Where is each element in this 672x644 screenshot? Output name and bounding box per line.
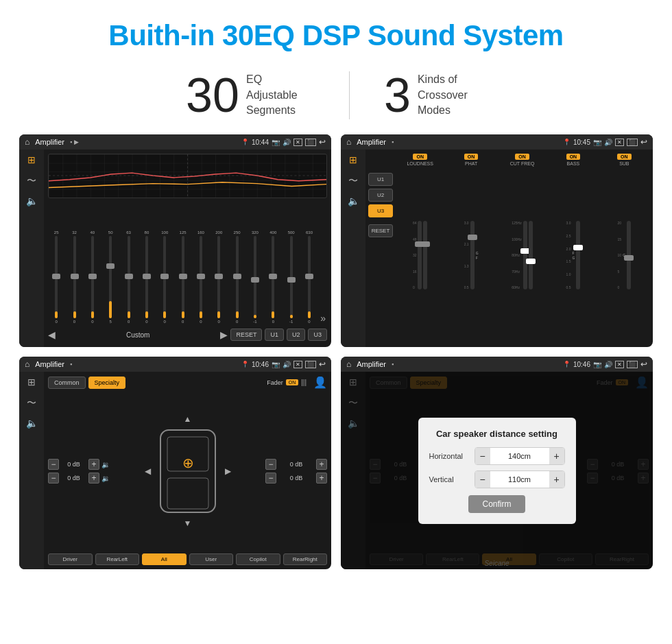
db-minus-fr[interactable]: − — [265, 459, 276, 470]
reset-button-1[interactable]: RESET — [230, 329, 262, 341]
arrow-right[interactable]: ▶ — [225, 466, 231, 476]
u1-btn-2[interactable]: U1 — [368, 173, 393, 186]
speaker-icon-3[interactable]: 🔈 — [26, 418, 38, 428]
screen-crossover: ⌂ Amplifier ▪ 📍 10:45 📷 🔊 ✕ ⬛ ↩ ⊞ 〜 🔈 — [341, 134, 653, 347]
wave-icon-2[interactable]: 〜 — [348, 176, 358, 185]
confirm-button[interactable]: Confirm — [468, 495, 525, 513]
wave-icon-1[interactable]: 〜 — [27, 176, 36, 185]
db-control-rr: − 0 dB + — [265, 473, 327, 484]
db-plus-rr[interactable]: + — [316, 473, 327, 484]
back-icon-3[interactable]: ↩ — [319, 359, 326, 369]
home-icon-4[interactable]: ⌂ — [346, 359, 351, 369]
eq-col-2: 40 0 — [84, 230, 101, 324]
dialog-vertical-row: Vertical − 110cm + — [429, 470, 565, 488]
u2-button-1[interactable]: U2 — [287, 329, 306, 341]
db-minus-rl[interactable]: − — [48, 473, 59, 484]
u1-button-1[interactable]: U1 — [265, 329, 284, 341]
screens-grid: ⌂ Amplifier ▪ ▶ 📍 10:44 📷 🔊 ✕ ⬛ ↩ ⊞ 〜 🔈 — [0, 134, 672, 583]
status-bar-1: ⌂ Amplifier ▪ ▶ 📍 10:44 📷 🔊 ✕ ⬛ ↩ — [19, 134, 331, 150]
eq-mode-label: Custom — [58, 331, 217, 339]
eq-col-3: 50 5 — [102, 230, 119, 324]
camera-icon-3: 📷 — [272, 361, 280, 368]
back-icon-2[interactable]: ↩ — [640, 137, 647, 147]
reset-btn-2[interactable]: RESET — [368, 224, 393, 237]
db-minus-fl[interactable]: − — [48, 459, 59, 470]
u2-btn-2[interactable]: U2 — [368, 189, 393, 202]
arrow-left[interactable]: ◀ — [145, 466, 151, 476]
horizontal-label: Horizontal — [429, 452, 470, 460]
back-icon-1[interactable]: ↩ — [319, 137, 326, 147]
speaker-grid: − 0 dB + 🔉 − 0 dB + 🔉 — [48, 392, 327, 551]
db-plus-rl[interactable]: + — [88, 473, 99, 484]
col-bass: ON BASS 3.02.52.01.51.00.5 F G — [549, 154, 597, 343]
sidebar-2: ⊞ 〜 🔈 — [341, 150, 365, 347]
screen-eq: ⌂ Amplifier ▪ ▶ 📍 10:44 📷 🔊 ✕ ⬛ ↩ ⊞ 〜 🔈 — [19, 134, 331, 347]
eq-prev-button[interactable]: ◀ — [48, 329, 56, 340]
driver-btn[interactable]: Driver — [48, 553, 93, 565]
fader-on-badge[interactable]: ON — [286, 379, 299, 385]
screen3-title: Amplifier — [35, 360, 64, 368]
specialty-mode-btn[interactable]: Specialty — [88, 377, 126, 389]
db-value-fr: 0 dB — [278, 461, 314, 468]
stat-eq: 30 EQ Adjustable Segments — [152, 71, 349, 119]
stat-eq-number: 30 — [186, 71, 239, 119]
db-plus-fl[interactable]: + — [88, 459, 99, 470]
copilot-btn[interactable]: Copilot — [236, 553, 280, 565]
db-control-fr: − 0 dB + — [265, 459, 327, 470]
screen-specialty: ⌂ Amplifier ▪ 📍 10:46 📷 🔊 ✕ ⬛ ↩ ⊞ 〜 🔈 — [19, 357, 331, 569]
eq-col-9: 200 0 — [211, 230, 227, 324]
screen-icon-3: ⬛ — [305, 361, 316, 368]
eq-col-5: 80 0 — [139, 230, 155, 324]
eq-icon-2[interactable]: ⊞ — [349, 155, 357, 165]
eq-next-arrow[interactable]: » — [319, 313, 327, 324]
speaker-icon-2[interactable]: 🔈 — [348, 196, 359, 206]
dialog-overlay: Car speaker distance setting Horizontal … — [341, 372, 653, 569]
db-plus-fr[interactable]: + — [316, 459, 327, 470]
arrow-down[interactable]: ▼ — [184, 518, 192, 528]
status-icons-2: 📷 🔊 ✕ ⬛ ↩ — [593, 137, 647, 147]
vertical-label: Vertical — [429, 475, 470, 484]
speaker-icon-1[interactable]: 🔈 — [26, 196, 38, 206]
wave-icon-3[interactable]: 〜 — [27, 398, 36, 407]
screen-dialog: ⌂ Amplifier ▪ 📍 10:46 📷 🔊 ✕ ⬛ ↩ ⊞ 〜 🔈 — [341, 357, 653, 569]
eq-icon-3[interactable]: ⊞ — [27, 377, 36, 387]
person-icon: 👤 — [313, 376, 327, 389]
all-btn[interactable]: All — [142, 553, 187, 565]
volume-icon-4: 🔊 — [604, 361, 612, 368]
horizontal-plus-btn[interactable]: + — [549, 448, 564, 464]
sidebar-1: ⊞ 〜 🔈 — [19, 150, 44, 347]
vertical-control: − 110cm + — [475, 470, 565, 488]
time-1: 10:44 — [252, 139, 269, 146]
rearleft-btn[interactable]: RearLeft — [95, 553, 140, 565]
db-minus-rr[interactable]: − — [265, 473, 276, 484]
home-icon-2[interactable]: ⌂ — [346, 137, 351, 147]
home-icon-1[interactable]: ⌂ — [25, 137, 29, 147]
col-loudness: ON LOUDNESS 644832160 — [396, 154, 444, 343]
status-icons-3: 📷 🔊 ✕ ⬛ ↩ — [272, 359, 326, 369]
db-value-rr: 0 dB — [278, 475, 314, 481]
back-icon-4[interactable]: ↩ — [640, 359, 647, 369]
eq-next-button[interactable]: ▶ — [220, 329, 228, 340]
rearright-btn[interactable]: RearRight — [283, 553, 328, 565]
fader-area: Fader ON ||| — [267, 379, 307, 386]
vertical-minus-btn[interactable]: − — [475, 471, 490, 488]
u3-button-1[interactable]: U3 — [308, 329, 327, 341]
location-icon-2: 📍 — [563, 139, 571, 145]
home-icon-3[interactable]: ⌂ — [25, 359, 29, 369]
db-control-fl: − 0 dB + 🔉 — [48, 459, 110, 470]
time-2: 10:45 — [573, 139, 590, 146]
u3-btn-2[interactable]: U3 — [368, 204, 393, 217]
common-mode-btn[interactable]: Common — [48, 377, 86, 389]
user-btn[interactable]: User — [189, 553, 234, 565]
eq-icon-1[interactable]: ⊞ — [27, 155, 36, 165]
vertical-plus-btn[interactable]: + — [549, 471, 564, 488]
horizontal-value: 140cm — [490, 452, 549, 460]
horizontal-minus-btn[interactable]: − — [475, 448, 490, 464]
arrow-up[interactable]: ▲ — [184, 414, 192, 424]
sidebar-3: ⊞ 〜 🔈 — [19, 372, 44, 569]
eq-content: 25 0 32 0 40 0 50 — [44, 150, 331, 347]
location-icon-4: 📍 — [563, 361, 571, 368]
screen-icon-4: ⬛ — [627, 361, 638, 368]
screen-icon-1: ⬛ — [305, 139, 316, 146]
db-value-fl: 0 dB — [61, 461, 86, 468]
